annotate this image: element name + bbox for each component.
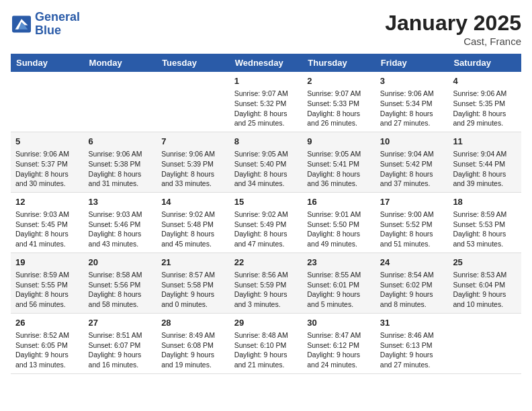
day-number: 2 [307, 75, 371, 87]
day-info: Sunset: 6:13 PM [380, 340, 444, 351]
week-row-4: 19Sunrise: 8:59 AMSunset: 5:55 PMDayligh… [11, 253, 521, 313]
day-cell-24: 24Sunrise: 8:54 AMSunset: 6:02 PMDayligh… [375, 253, 449, 313]
day-number: 20 [89, 257, 152, 269]
day-number: 18 [453, 196, 517, 208]
day-info: Sunset: 6:10 PM [234, 340, 298, 351]
day-info: Daylight: 9 hours and 24 minutes. [307, 350, 371, 369]
day-info: Daylight: 8 hours and 56 minutes. [15, 289, 79, 309]
day-number: 16 [307, 196, 371, 208]
day-header-tuesday: Tuesday [157, 54, 230, 72]
day-number: 14 [161, 196, 225, 208]
day-info: Daylight: 8 hours and 25 minutes. [234, 109, 298, 128]
day-number: 4 [453, 75, 517, 87]
day-number: 31 [380, 317, 444, 329]
day-info: Sunrise: 9:06 AM [161, 149, 225, 159]
day-info: Sunset: 5:44 PM [453, 159, 517, 169]
day-info: Sunrise: 8:46 AM [380, 330, 444, 340]
day-info: Daylight: 8 hours and 29 minutes. [453, 109, 517, 128]
day-cell-30: 30Sunrise: 8:47 AMSunset: 6:12 PMDayligh… [302, 313, 375, 373]
day-info: Sunrise: 9:06 AM [89, 149, 152, 159]
day-cell-15: 15Sunrise: 9:02 AMSunset: 5:49 PMDayligh… [230, 192, 303, 253]
day-info: Sunrise: 9:04 AM [380, 149, 444, 159]
day-info: Sunrise: 9:06 AM [380, 89, 444, 99]
day-info: Sunrise: 8:58 AM [89, 270, 152, 280]
logo-icon [11, 15, 32, 34]
day-cell-7: 7Sunrise: 9:06 AMSunset: 5:39 PMDaylight… [157, 132, 230, 192]
day-info: Sunrise: 9:03 AM [89, 210, 152, 220]
day-number: 1 [234, 75, 298, 87]
day-info: Daylight: 8 hours and 41 minutes. [15, 229, 79, 248]
calendar-body: 1Sunrise: 9:07 AMSunset: 5:32 PMDaylight… [11, 72, 521, 373]
day-cell-29: 29Sunrise: 8:48 AMSunset: 6:10 PMDayligh… [230, 313, 303, 373]
day-info: Sunset: 5:55 PM [15, 280, 79, 290]
day-info: Sunset: 5:56 PM [89, 280, 152, 290]
day-info: Daylight: 8 hours and 49 minutes. [307, 229, 371, 248]
day-info: Sunrise: 8:53 AM [453, 270, 517, 280]
day-number: 29 [234, 317, 298, 329]
day-info: Daylight: 8 hours and 37 minutes. [380, 169, 444, 189]
day-info: Sunset: 5:42 PM [380, 159, 444, 169]
day-info: Daylight: 9 hours and 0 minutes. [161, 289, 225, 309]
day-info: Sunset: 5:34 PM [380, 99, 444, 109]
day-header-monday: Monday [84, 54, 157, 72]
day-info: Daylight: 8 hours and 34 minutes. [234, 169, 298, 189]
day-info: Sunset: 5:40 PM [234, 159, 298, 169]
day-info: Daylight: 8 hours and 39 minutes. [453, 169, 517, 189]
day-cell-3: 3Sunrise: 9:06 AMSunset: 5:34 PMDaylight… [375, 72, 449, 132]
empty-cell [11, 72, 84, 132]
week-row-5: 26Sunrise: 8:52 AMSunset: 6:05 PMDayligh… [11, 313, 521, 373]
title-block: January 2025 Cast, France [385, 11, 521, 47]
day-info: Sunset: 6:08 PM [161, 340, 225, 351]
day-header-thursday: Thursday [302, 54, 375, 72]
day-cell-9: 9Sunrise: 9:05 AMSunset: 5:41 PMDaylight… [302, 132, 375, 192]
day-info: Daylight: 8 hours and 53 minutes. [453, 229, 517, 248]
day-info: Sunset: 5:37 PM [15, 159, 79, 169]
day-number: 24 [380, 257, 444, 269]
day-info: Daylight: 8 hours and 31 minutes. [89, 169, 152, 189]
day-number: 27 [89, 317, 152, 329]
day-info: Sunrise: 8:51 AM [89, 330, 152, 340]
day-info: Sunrise: 9:06 AM [15, 149, 79, 159]
day-info: Daylight: 8 hours and 27 minutes. [380, 109, 444, 128]
day-info: Sunset: 5:35 PM [453, 99, 517, 109]
day-info: Sunset: 5:49 PM [234, 220, 298, 230]
day-info: Sunset: 5:32 PM [234, 99, 298, 109]
day-number: 25 [453, 257, 517, 269]
day-info: Sunset: 6:04 PM [453, 280, 517, 290]
day-info: Sunset: 5:58 PM [161, 280, 225, 290]
day-cell-12: 12Sunrise: 9:03 AMSunset: 5:45 PMDayligh… [11, 192, 84, 253]
day-info: Sunrise: 8:54 AM [380, 270, 444, 280]
day-header-saturday: Saturday [448, 54, 521, 72]
logo: General Blue [11, 11, 80, 38]
day-info: Sunset: 5:39 PM [161, 159, 225, 169]
day-header-sunday: Sunday [11, 54, 84, 72]
calendar-header: SundayMondayTuesdayWednesdayThursdayFrid… [11, 54, 521, 72]
day-info: Daylight: 8 hours and 47 minutes. [234, 229, 298, 248]
day-info: Sunset: 6:02 PM [380, 280, 444, 290]
empty-cell [84, 72, 157, 132]
day-number: 13 [89, 196, 152, 208]
day-info: Sunset: 5:41 PM [307, 159, 371, 169]
day-info: Sunrise: 8:47 AM [307, 330, 371, 340]
day-info: Sunrise: 8:57 AM [161, 270, 225, 280]
day-info: Sunrise: 9:02 AM [234, 210, 298, 220]
day-number: 23 [307, 257, 371, 269]
week-row-3: 12Sunrise: 9:03 AMSunset: 5:45 PMDayligh… [11, 192, 521, 253]
day-cell-11: 11Sunrise: 9:04 AMSunset: 5:44 PMDayligh… [448, 132, 521, 192]
day-cell-21: 21Sunrise: 8:57 AMSunset: 5:58 PMDayligh… [157, 253, 230, 313]
day-info: Daylight: 8 hours and 30 minutes. [15, 169, 79, 189]
day-info: Sunrise: 8:49 AM [161, 330, 225, 340]
month-title: January 2025 [385, 11, 521, 36]
day-number: 30 [307, 317, 371, 329]
day-info: Sunrise: 8:55 AM [307, 270, 371, 280]
day-info: Daylight: 8 hours and 45 minutes. [161, 229, 225, 248]
empty-cell [157, 72, 230, 132]
day-info: Sunrise: 8:48 AM [234, 330, 298, 340]
day-info: Daylight: 9 hours and 21 minutes. [234, 350, 298, 369]
day-number: 28 [161, 317, 225, 329]
day-info: Sunrise: 9:07 AM [307, 89, 371, 99]
day-info: Sunset: 5:46 PM [89, 220, 152, 230]
day-info: Sunrise: 9:06 AM [453, 89, 517, 99]
day-number: 17 [380, 196, 444, 208]
day-info: Daylight: 9 hours and 5 minutes. [307, 289, 371, 309]
